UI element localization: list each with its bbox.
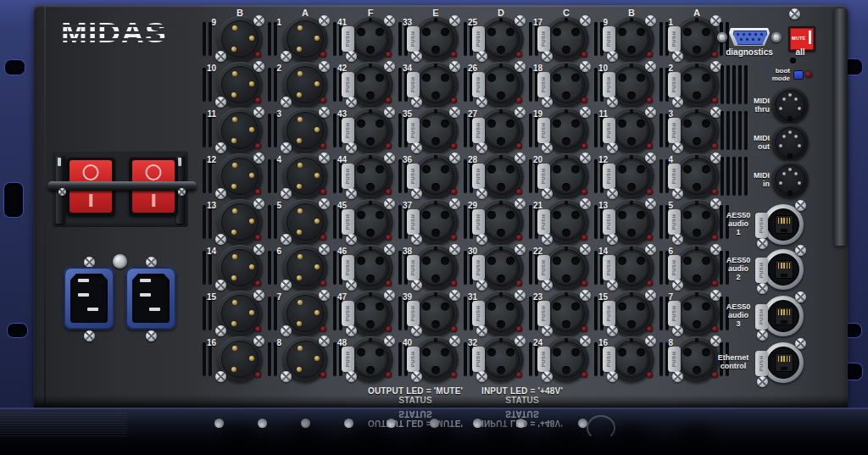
push-latch[interactable]: PUSH <box>472 347 485 372</box>
push-latch[interactable]: PUSH <box>603 209 615 235</box>
xlr-keyway <box>499 201 503 205</box>
midi-din-port-out[interactable] <box>771 124 809 161</box>
xlr-socket-hole <box>553 257 561 265</box>
vent-slot <box>529 68 532 102</box>
vent-slot <box>203 22 206 56</box>
push-latch[interactable]: PUSH <box>755 213 768 238</box>
xlr-socket-hole <box>693 366 701 375</box>
xlr-socket-hole <box>441 28 449 36</box>
push-latch[interactable]: PUSH <box>668 301 681 326</box>
push-latch-label: PUSH <box>542 306 547 322</box>
push-latch[interactable]: PUSH <box>407 255 420 280</box>
push-latch[interactable]: PUSH <box>342 72 354 97</box>
push-latch[interactable]: PUSH <box>668 26 681 52</box>
push-latch[interactable]: PUSH <box>537 118 550 143</box>
push-latch[interactable]: PUSH <box>668 164 681 189</box>
midi-din-port-thru[interactable] <box>771 86 809 124</box>
push-latch[interactable]: PUSH <box>668 72 681 97</box>
din-key <box>787 191 793 196</box>
mains-inlet-2[interactable] <box>125 267 176 330</box>
push-latch-label: PUSH <box>346 77 351 93</box>
push-latch[interactable]: PUSH <box>603 255 615 280</box>
push-latch[interactable]: PUSH <box>407 26 420 52</box>
push-latch[interactable]: PUSH <box>472 26 485 52</box>
xlr-socket-hole <box>627 366 636 375</box>
push-latch[interactable]: PUSH <box>472 209 485 235</box>
push-latch[interactable]: PUSH <box>603 347 615 372</box>
push-latch[interactable]: PUSH <box>603 26 615 52</box>
aes50-label-line: 1 <box>719 228 758 236</box>
push-latch[interactable]: PUSH <box>537 301 550 326</box>
push-latch[interactable]: PUSH <box>755 304 768 330</box>
xlr-pin <box>314 219 320 224</box>
push-latch[interactable]: PUSH <box>342 255 354 280</box>
push-latch[interactable]: PUSH <box>668 347 681 372</box>
xlr-socket-hole <box>618 302 626 311</box>
xlr-pin <box>232 117 237 122</box>
phantom-status-led <box>581 97 587 103</box>
push-latch[interactable]: PUSH <box>407 118 420 143</box>
push-latch[interactable]: PUSH <box>342 209 354 235</box>
xlr-keyway <box>695 247 698 251</box>
vent-slot <box>268 205 271 239</box>
push-latch[interactable]: PUSH <box>407 347 420 372</box>
panel-screw <box>476 371 487 382</box>
push-latch[interactable]: PUSH <box>407 72 420 97</box>
push-latch[interactable]: PUSH <box>407 164 420 189</box>
push-latch[interactable]: PUSH <box>407 209 420 235</box>
push-latch[interactable]: PUSH <box>537 164 550 189</box>
push-latch[interactable]: PUSH <box>472 301 485 326</box>
push-latch[interactable]: PUSH <box>755 258 768 283</box>
push-latch[interactable]: PUSH <box>472 118 485 143</box>
vent-slot <box>209 114 212 147</box>
push-latch[interactable]: PUSH <box>342 347 354 372</box>
push-latch[interactable]: PUSH <box>668 118 681 143</box>
push-latch[interactable]: PUSH <box>472 255 485 280</box>
midi-port-label: MIDIin <box>743 171 770 188</box>
dsub-pin-hole <box>743 33 745 36</box>
boot-mode-button[interactable] <box>793 70 804 80</box>
xlr-keyway <box>565 18 568 22</box>
xlr-socket-hole <box>562 229 570 237</box>
push-latch[interactable]: PUSH <box>342 164 354 189</box>
push-latch[interactable]: PUSH <box>407 301 420 326</box>
push-latch-label: PUSH <box>607 306 612 322</box>
push-latch[interactable]: PUSH <box>603 164 615 189</box>
push-latch-label: PUSH <box>411 352 416 368</box>
push-latch[interactable]: PUSH <box>537 347 550 372</box>
push-latch[interactable]: PUSH <box>342 118 354 143</box>
midi-din-port-in[interactable] <box>771 161 809 198</box>
din-pin <box>798 144 801 147</box>
push-latch[interactable]: PUSH <box>603 72 615 97</box>
push-latch[interactable]: PUSH <box>603 118 615 143</box>
panel-screw <box>476 280 487 291</box>
xlr-socket-hole <box>366 275 375 283</box>
push-latch[interactable]: PUSH <box>537 26 550 52</box>
push-latch[interactable]: PUSH <box>537 72 550 97</box>
mute-status-led <box>255 280 261 286</box>
xlr-socket-hole <box>366 320 375 329</box>
push-latch[interactable]: PUSH <box>472 164 485 189</box>
connector-number: 8 <box>263 338 281 347</box>
vent-slot <box>398 342 402 376</box>
xlr-socket-hole <box>441 74 449 82</box>
push-latch[interactable]: PUSH <box>472 72 485 97</box>
vent-slot <box>333 68 337 102</box>
xlr-keyway <box>695 18 698 22</box>
xlr-pin <box>232 25 237 31</box>
rj45-jack <box>775 260 793 279</box>
panel-screw <box>542 97 553 108</box>
push-latch[interactable]: PUSH <box>537 255 550 280</box>
push-latch[interactable]: PUSH <box>342 26 354 52</box>
mains-inlet-1[interactable] <box>64 267 114 330</box>
xlr-socket-hole <box>441 165 449 174</box>
push-latch[interactable]: PUSH <box>755 351 768 376</box>
push-latch[interactable]: PUSH <box>537 209 550 235</box>
push-latch[interactable]: PUSH <box>342 301 354 326</box>
xlr-socket-hole <box>431 366 440 375</box>
vent-slot <box>209 297 212 330</box>
phantom-status-led <box>386 97 392 103</box>
push-latch[interactable]: PUSH <box>603 301 615 326</box>
push-latch[interactable]: PUSH <box>668 255 681 280</box>
push-latch[interactable]: PUSH <box>668 209 681 235</box>
